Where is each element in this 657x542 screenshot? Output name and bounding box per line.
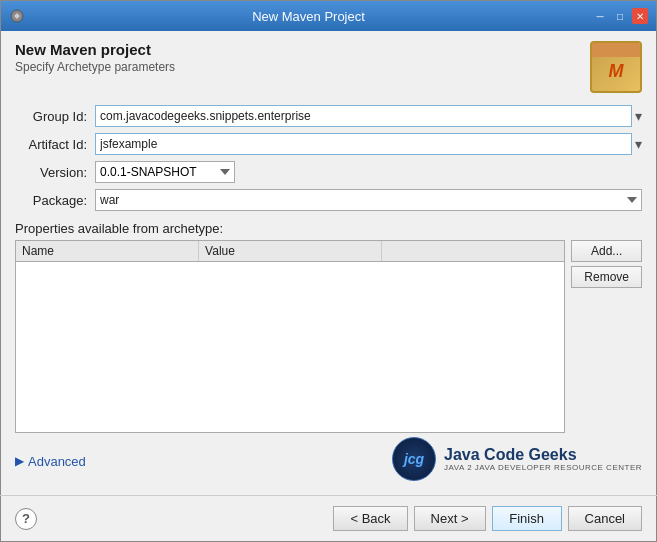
maven-icon-label: M	[609, 61, 624, 82]
maximize-button[interactable]: □	[612, 8, 628, 24]
artifact-id-dropdown-icon[interactable]: ▾	[635, 136, 642, 152]
col-value: Value	[199, 241, 382, 261]
package-label: Package:	[15, 193, 95, 208]
main-content: New Maven project Specify Archetype para…	[1, 31, 656, 495]
window-controls: ─ □ ✕	[592, 8, 648, 24]
advanced-label[interactable]: Advanced	[28, 454, 86, 469]
close-button[interactable]: ✕	[632, 8, 648, 24]
lower-section: ▶ Advanced jcg Java Code Geeks JAVA 2 JA…	[15, 433, 642, 485]
jcg-subtitle: JAVA 2 JAVA DEVELOPER RESOURCE CENTER	[444, 463, 642, 472]
version-label: Version:	[15, 165, 95, 180]
jcg-logo: jcg Java Code Geeks JAVA 2 JAVA DEVELOPE…	[392, 433, 642, 485]
artifact-id-input[interactable]	[95, 133, 632, 155]
group-id-label: Group Id:	[15, 109, 95, 124]
table-header: Name Value	[16, 241, 564, 262]
add-button[interactable]: Add...	[571, 240, 642, 262]
jcg-text: Java Code Geeks JAVA 2 JAVA DEVELOPER RE…	[444, 446, 642, 473]
properties-table: Name Value	[15, 240, 565, 433]
dialog-subtitle: Specify Archetype parameters	[15, 60, 175, 74]
properties-label: Properties available from archetype:	[15, 221, 642, 236]
col-name: Name	[16, 241, 199, 261]
window-icon	[9, 8, 25, 24]
table-body[interactable]	[16, 262, 564, 432]
header-section: New Maven project Specify Archetype para…	[15, 41, 642, 93]
form-section: Group Id: ▾ Artifact Id: ▾ Version: 0.0.…	[15, 105, 642, 211]
properties-section: Properties available from archetype: Nam…	[15, 221, 642, 433]
window-title: New Maven Project	[25, 9, 592, 24]
version-select[interactable]: 0.0.1-SNAPSHOT	[95, 161, 235, 183]
button-bar: ? < Back Next > Finish Cancel	[1, 496, 656, 541]
dialog-title: New Maven project	[15, 41, 175, 58]
jcg-circle: jcg	[392, 437, 436, 481]
package-row: Package: war	[15, 189, 642, 211]
version-row: Version: 0.0.1-SNAPSHOT	[15, 161, 642, 183]
finish-button[interactable]: Finish	[492, 506, 562, 531]
title-bar: New Maven Project ─ □ ✕	[1, 1, 656, 31]
remove-button[interactable]: Remove	[571, 266, 642, 288]
minimize-button[interactable]: ─	[592, 8, 608, 24]
col-empty	[382, 241, 564, 261]
group-id-input[interactable]	[95, 105, 632, 127]
group-id-dropdown-icon[interactable]: ▾	[635, 108, 642, 124]
jcg-title: Java Code Geeks	[444, 446, 642, 464]
package-select[interactable]: war	[95, 189, 642, 211]
jcg-circle-text: jcg	[404, 451, 424, 467]
header-text: New Maven project Specify Archetype para…	[15, 41, 175, 74]
nav-buttons: < Back Next > Finish Cancel	[333, 506, 642, 531]
maven-icon: M	[590, 41, 642, 93]
back-button[interactable]: < Back	[333, 506, 407, 531]
help-button[interactable]: ?	[15, 508, 37, 530]
dialog-window: New Maven Project ─ □ ✕ New Maven projec…	[0, 0, 657, 542]
artifact-id-label: Artifact Id:	[15, 137, 95, 152]
cancel-button[interactable]: Cancel	[568, 506, 642, 531]
next-button[interactable]: Next >	[414, 506, 486, 531]
advanced-section[interactable]: ▶ Advanced	[15, 448, 86, 471]
properties-area: Name Value Add... Remove	[15, 240, 642, 433]
advanced-arrow-icon: ▶	[15, 454, 24, 468]
group-id-row: Group Id: ▾	[15, 105, 642, 127]
artifact-id-row: Artifact Id: ▾	[15, 133, 642, 155]
table-buttons: Add... Remove	[571, 240, 642, 433]
